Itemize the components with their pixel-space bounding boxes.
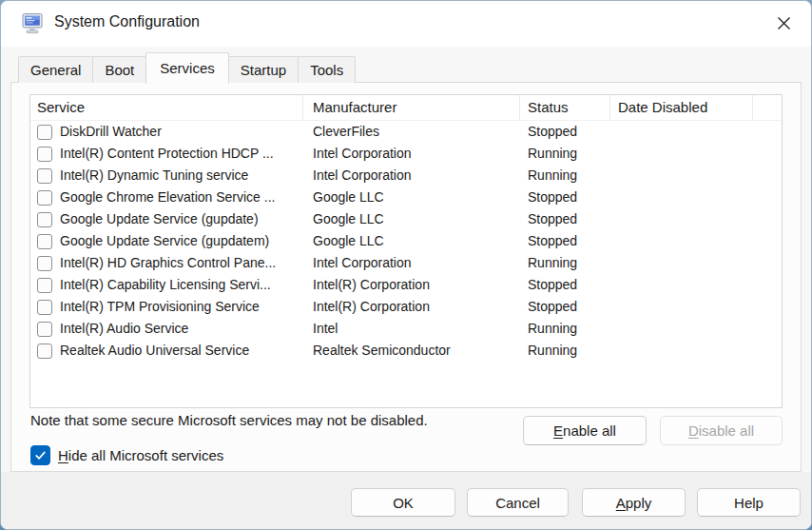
hide-microsoft-services-label[interactable]: Hide all Microsoft services (58, 447, 223, 463)
service-name: Intel(R) TPM Provisioning Service (60, 296, 260, 318)
service-row[interactable]: Intel(R) HD Graphics Control Pane... Int… (30, 252, 782, 274)
service-checkbox[interactable] (37, 344, 52, 359)
list-header: Service Manufacturer Status Date Disable… (30, 95, 782, 121)
service-name: Intel(R) Content Protection HDCP ... (60, 143, 274, 165)
system-configuration-window: System Configuration General Boot Servic… (0, 0, 812, 530)
service-status: Stopped (520, 296, 610, 318)
service-checkbox[interactable] (37, 256, 52, 271)
service-status: Stopped (520, 208, 610, 230)
service-checkbox[interactable] (37, 300, 52, 315)
service-row[interactable]: Intel(R) Capability Licensing Servi... I… (30, 274, 782, 296)
service-row[interactable]: Intel(R) Content Protection HDCP ... Int… (30, 143, 782, 165)
services-tab-page: Service Manufacturer Status Date Disable… (10, 82, 802, 472)
service-manufacturer: Intel(R) Corporation (303, 296, 520, 318)
service-status: Stopped (520, 121, 610, 143)
list-body: DiskDrill Watcher CleverFiles Stopped In… (30, 121, 782, 362)
checkmark-icon (34, 449, 47, 461)
service-manufacturer: Intel Corporation (303, 143, 520, 165)
service-name: Intel(R) HD Graphics Control Pane... (60, 252, 276, 274)
service-manufacturer: Google LLC (303, 230, 520, 252)
service-checkbox[interactable] (37, 322, 52, 337)
ok-button[interactable]: OK (351, 488, 455, 517)
service-name: Google Chrome Elevation Service ... (60, 186, 275, 208)
service-row[interactable]: Google Chrome Elevation Service ... Goog… (30, 186, 782, 208)
help-button[interactable]: Help (697, 488, 801, 517)
service-manufacturer: Intel Corporation (303, 165, 520, 186)
service-name: Realtek Audio Universal Service (60, 340, 249, 362)
dialog-button-band: OK Cancel Apply Help (1, 472, 811, 529)
service-row[interactable]: Intel(R) Audio Service Intel Running (30, 318, 782, 340)
tab-label: Boot (105, 62, 134, 78)
service-manufacturer: Google LLC (303, 208, 520, 230)
cancel-button[interactable]: Cancel (467, 488, 569, 517)
service-row[interactable]: Google Update Service (gupdate) Google L… (30, 208, 782, 230)
service-checkbox[interactable] (37, 234, 52, 249)
services-note: Note that some secure Microsoft services… (30, 412, 428, 428)
service-name: Intel(R) Audio Service (60, 318, 188, 340)
tab[interactable]: Tools (298, 56, 356, 83)
service-status: Running (520, 165, 610, 186)
tab-label: Services (160, 60, 215, 76)
services-list: Service Manufacturer Status Date Disable… (29, 94, 783, 408)
service-name: Intel(R) Dynamic Tuning service (60, 165, 248, 186)
service-checkbox[interactable] (37, 190, 52, 206)
service-status: Stopped (520, 274, 610, 296)
tab[interactable]: Boot (92, 56, 146, 83)
service-row[interactable]: Intel(R) Dynamic Tuning service Intel Co… (30, 165, 782, 186)
service-manufacturer: Realtek Semiconductor (303, 340, 520, 362)
service-manufacturer: Intel Corporation (303, 252, 520, 274)
service-row[interactable]: DiskDrill Watcher CleverFiles Stopped (30, 121, 782, 143)
msconfig-app-icon (21, 11, 46, 36)
column-header-service[interactable]: Service (30, 95, 303, 120)
column-header-manufacturer[interactable]: Manufacturer (303, 95, 520, 120)
service-checkbox[interactable] (37, 212, 52, 227)
service-manufacturer: Google LLC (303, 186, 520, 208)
column-header-spacer (753, 95, 782, 120)
tab-label: Startup (241, 62, 286, 78)
service-status: Running (520, 318, 610, 340)
service-manufacturer: Intel(R) Corporation (303, 274, 520, 296)
apply-button[interactable]: Apply (582, 488, 686, 517)
service-status: Running (520, 143, 610, 165)
service-manufacturer: CleverFiles (303, 121, 520, 143)
close-button[interactable] (762, 7, 805, 39)
hide-microsoft-services-checkbox[interactable] (30, 445, 50, 465)
service-name: Intel(R) Capability Licensing Servi... (60, 274, 271, 296)
service-manufacturer: Intel (303, 318, 520, 340)
hide-microsoft-services-row: Hide all Microsoft services (30, 445, 223, 465)
service-row[interactable]: Realtek Audio Universal Service Realtek … (30, 340, 782, 362)
tab-label: General (30, 62, 81, 78)
tab[interactable]: Services (145, 52, 229, 84)
service-status: Stopped (520, 186, 610, 208)
enable-all-button[interactable]: Enable all (523, 416, 647, 445)
tab-strip: General Boot Services Startup Tools (18, 52, 355, 83)
service-checkbox[interactable] (37, 147, 52, 162)
tab[interactable]: Startup (228, 56, 299, 83)
service-status: Running (520, 340, 610, 362)
service-row[interactable]: Intel(R) TPM Provisioning Service Intel(… (30, 296, 782, 318)
service-checkbox[interactable] (37, 168, 52, 184)
service-name: Google Update Service (gupdatem) (60, 230, 269, 252)
column-header-date-disabled[interactable]: Date Disabled (610, 95, 753, 120)
service-status: Running (520, 252, 610, 274)
service-checkbox[interactable] (37, 278, 52, 293)
title-bar: System Configuration (1, 1, 811, 47)
service-row[interactable]: Google Update Service (gupdatem) Google … (30, 230, 782, 252)
service-name: DiskDrill Watcher (60, 121, 162, 143)
close-icon (777, 16, 791, 30)
tab-label: Tools (310, 62, 343, 78)
disable-all-button[interactable]: Disable all (660, 416, 783, 445)
tab[interactable]: General (18, 56, 93, 83)
service-checkbox[interactable] (37, 125, 52, 140)
service-status: Stopped (520, 230, 610, 252)
column-header-status[interactable]: Status (520, 95, 610, 120)
service-name: Google Update Service (gupdate) (60, 208, 259, 230)
window-title: System Configuration (54, 13, 200, 30)
